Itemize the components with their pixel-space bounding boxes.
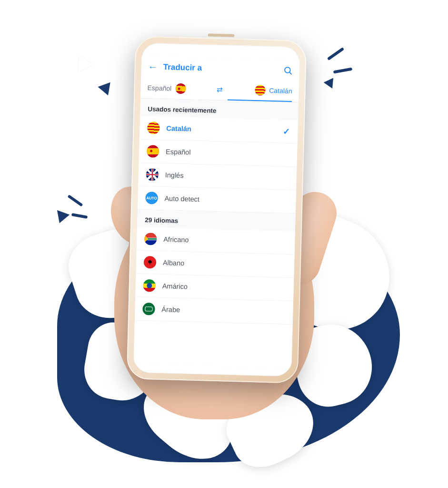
language-name: Inglés <box>165 171 184 179</box>
language-name: Africano <box>163 235 189 244</box>
language-row-auto-detect[interactable]: AUTO Auto detect <box>138 186 296 214</box>
language-row-arabic[interactable]: Árabe <box>135 297 293 325</box>
catalan-flag-icon <box>255 85 266 96</box>
language-row-english[interactable]: Inglés <box>138 163 297 191</box>
language-row-african[interactable]: Africano <box>137 227 295 255</box>
check-icon: ✓ <box>283 126 290 137</box>
south-africa-flag-icon <box>144 233 157 245</box>
svg-line-1 <box>289 72 291 74</box>
language-name: Español <box>166 148 191 156</box>
swap-icon: ⇄ <box>217 85 223 93</box>
language-row-albanian[interactable]: Albano <box>136 251 294 278</box>
source-language-label: Español <box>147 84 171 92</box>
language-name: Auto detect <box>164 194 199 203</box>
phone-device: ← Traducir a Español ⇄ <box>127 36 307 383</box>
language-row-spanish[interactable]: Español <box>139 140 298 167</box>
uk-flag-icon <box>146 168 159 181</box>
catalan-flag-icon <box>147 122 160 134</box>
source-language-selector[interactable]: Español <box>147 82 212 100</box>
phone-screen-bezel: ← Traducir a Español ⇄ <box>133 43 300 376</box>
ethiopia-flag-icon <box>143 279 156 292</box>
language-name: Catalán <box>166 124 191 132</box>
swap-languages-button[interactable]: ⇄ <box>217 85 223 99</box>
language-name: Amárico <box>162 282 188 290</box>
language-pair-bar: Español ⇄ Catalán <box>140 77 299 102</box>
arabic-flag-icon <box>142 303 155 315</box>
spain-flag-icon <box>175 83 186 94</box>
albania-flag-icon <box>144 256 157 269</box>
spain-flag-icon <box>147 145 159 158</box>
language-row-catalan[interactable]: Catalán ✓ <box>139 116 298 144</box>
app-screen: ← Traducir a Español ⇄ <box>133 56 299 368</box>
arrow-left-icon: ← <box>148 61 158 72</box>
search-icon <box>283 66 293 76</box>
language-row-amharic[interactable]: Amárico <box>135 274 294 302</box>
auto-detect-icon: AUTO <box>145 192 158 204</box>
language-name: Albano <box>163 259 185 267</box>
back-button[interactable]: ← <box>148 62 158 72</box>
language-name: Árabe <box>161 305 180 314</box>
screen-header: ← Traducir a Español ⇄ <box>140 56 299 103</box>
target-language-selector[interactable]: Catalán <box>228 84 292 102</box>
language-list[interactable]: Usados recientemente Catalán ✓ Español I… <box>133 99 298 368</box>
search-button[interactable] <box>283 66 293 76</box>
page-title: Traducir a <box>163 62 278 75</box>
target-language-label: Catalán <box>269 87 292 95</box>
phone-speaker <box>208 33 235 37</box>
